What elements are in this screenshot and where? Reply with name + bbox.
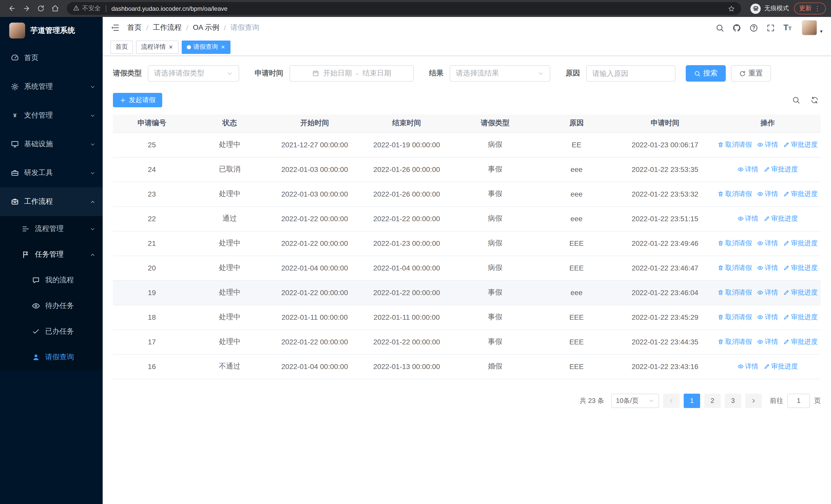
view-tag[interactable]: 流程详情× xyxy=(136,40,178,54)
page-size-label: 10条/页 xyxy=(616,396,638,405)
detail-action-link[interactable]: 详情 xyxy=(757,263,778,272)
cell-status: 处理中 xyxy=(191,256,268,280)
cancel-action-link[interactable]: 取消请假 xyxy=(718,189,752,199)
sidebar-item[interactable]: 已办任务 xyxy=(0,319,103,345)
progress-action-link[interactable]: 审批进度 xyxy=(783,140,818,149)
cancel-action-link[interactable]: 取消请假 xyxy=(718,140,752,149)
leave-type-select[interactable]: 请选择请假类型 xyxy=(148,65,239,82)
browser-toolbar: 不安全 dashboard.yudao.iocoder.cn/bpm/oa/le… xyxy=(0,0,831,17)
browser-update-button[interactable]: 更新 ⋮ xyxy=(794,3,826,14)
app-logo[interactable]: 芋道管理系统 xyxy=(0,17,103,43)
page-size-select[interactable]: 10条/页 xyxy=(611,393,659,408)
sidebar-item[interactable]: 系统管理 xyxy=(0,72,103,101)
chevron-down-icon xyxy=(90,84,95,90)
detail-action-link[interactable]: 详情 xyxy=(737,214,758,223)
chevron-down-icon xyxy=(90,113,95,118)
page-button-2[interactable]: 2 xyxy=(704,393,721,408)
fullscreen-icon[interactable] xyxy=(766,23,775,32)
reason-label: 原因 xyxy=(566,69,580,78)
table-row: 21处理中2022-01-22 00:00:002022-01-23 00:00… xyxy=(113,231,821,256)
goto-page-input[interactable] xyxy=(787,393,810,408)
close-icon[interactable]: × xyxy=(221,43,225,50)
sidebar-item[interactable]: 请假查询 xyxy=(0,345,103,370)
page-button-3[interactable]: 3 xyxy=(725,393,741,408)
detail-action-link[interactable]: 详情 xyxy=(737,362,758,371)
browser-home-button[interactable] xyxy=(48,2,62,15)
view-icon xyxy=(757,339,763,345)
apply-time-range-picker[interactable]: 开始日期 - 结束日期 xyxy=(289,65,414,82)
detail-action-link[interactable]: 详情 xyxy=(757,288,778,297)
progress-action-link[interactable]: 审批进度 xyxy=(783,337,818,347)
browser-reload-button[interactable] xyxy=(34,2,47,15)
browser-back-button[interactable] xyxy=(5,2,19,15)
reason-input[interactable] xyxy=(586,65,676,82)
column-header: 开始时间 xyxy=(269,114,361,132)
sidebar-item[interactable]: 待办任务 xyxy=(0,293,103,319)
sidebar-item[interactable]: 基础设施 xyxy=(0,130,103,158)
cell-start-time: 2022-01-22 00:00:00 xyxy=(269,231,361,256)
detail-action-link[interactable]: 详情 xyxy=(757,313,778,322)
cancel-action-link[interactable]: 取消请假 xyxy=(718,288,752,297)
cell-leave-type: 事假 xyxy=(453,305,538,329)
cancel-action-link[interactable]: 取消请假 xyxy=(718,239,752,248)
reset-button[interactable]: 重置 xyxy=(731,65,771,82)
cell-leave-type: 事假 xyxy=(453,182,538,206)
progress-action-link[interactable]: 审批进度 xyxy=(783,239,818,248)
page-button-1[interactable]: 1 xyxy=(684,393,700,408)
sidebar-item[interactable]: 流程管理 xyxy=(0,216,103,242)
chevron-down-icon xyxy=(90,170,95,176)
create-leave-button[interactable]: 发起请假 xyxy=(113,93,162,107)
sidebar-item[interactable]: 首页 xyxy=(0,43,103,72)
view-icon xyxy=(757,290,763,296)
github-icon[interactable] xyxy=(733,23,741,32)
progress-action-link[interactable]: 审批进度 xyxy=(783,288,818,297)
search-toggle-icon[interactable] xyxy=(792,96,800,104)
refresh-table-icon[interactable] xyxy=(810,96,819,104)
cell-reason: EEE xyxy=(538,329,615,354)
close-icon[interactable]: × xyxy=(168,43,173,50)
help-icon[interactable] xyxy=(749,23,758,32)
bookmark-star-icon[interactable] xyxy=(728,5,735,12)
cell-actions: 取消请假详情审批进度 xyxy=(715,329,821,354)
view-tag[interactable]: 首页 xyxy=(110,40,133,54)
breadcrumb-item[interactable]: 工作流程 xyxy=(153,23,182,32)
next-page-button[interactable] xyxy=(745,393,762,408)
cell-actions: 详情审批进度 xyxy=(715,157,821,182)
progress-action-link[interactable]: 审批进度 xyxy=(783,313,818,322)
view-tag[interactable]: 请假查询× xyxy=(181,40,230,54)
apply-time-filter: 申请时间 开始日期 - 结束日期 xyxy=(255,65,414,82)
breadcrumb-item[interactable]: 首页 xyxy=(127,23,142,32)
breadcrumb-item[interactable]: OA 示例 xyxy=(193,23,220,32)
security-warning[interactable]: 不安全 xyxy=(73,4,101,13)
detail-action-link[interactable]: 详情 xyxy=(757,337,778,347)
goto-label: 前往 xyxy=(770,396,783,405)
browser-menu-icon[interactable]: ⋮ xyxy=(814,5,821,12)
detail-action-link[interactable]: 详情 xyxy=(737,165,758,174)
sidebar-item[interactable]: 任务管理 xyxy=(0,242,103,267)
sidebar-item[interactable]: 工作流程 xyxy=(0,187,103,216)
user-avatar[interactable]: ▼ xyxy=(802,20,823,35)
sidebar-item[interactable]: 研发工具 xyxy=(0,158,103,187)
result-select[interactable]: 请选择流结果 xyxy=(450,65,550,82)
progress-action-link[interactable]: 审批进度 xyxy=(764,165,798,174)
prev-page-button[interactable] xyxy=(663,393,680,408)
detail-action-link[interactable]: 详情 xyxy=(757,189,778,199)
sidebar-item[interactable]: ¥支付管理 xyxy=(0,101,103,130)
detail-action-link[interactable]: 详情 xyxy=(757,239,778,248)
font-size-icon[interactable]: TT xyxy=(783,24,792,32)
detail-action-link[interactable]: 详情 xyxy=(757,140,778,149)
sidebar-item[interactable]: 我的流程 xyxy=(0,267,103,293)
chevron-up-icon xyxy=(90,252,95,257)
search-icon[interactable] xyxy=(716,23,724,32)
progress-action-link[interactable]: 审批进度 xyxy=(783,263,818,272)
progress-action-link[interactable]: 审批进度 xyxy=(783,189,818,199)
cancel-action-link[interactable]: 取消请假 xyxy=(718,313,752,322)
browser-forward-button[interactable] xyxy=(20,2,33,15)
sidebar-collapse-icon[interactable] xyxy=(110,23,120,32)
cancel-action-link[interactable]: 取消请假 xyxy=(718,337,752,347)
browser-address-bar[interactable]: 不安全 dashboard.yudao.iocoder.cn/bpm/oa/le… xyxy=(67,2,741,15)
progress-action-link[interactable]: 审批进度 xyxy=(764,214,798,223)
progress-action-link[interactable]: 审批进度 xyxy=(764,362,798,371)
search-button[interactable]: 搜索 xyxy=(686,65,726,82)
cancel-action-link[interactable]: 取消请假 xyxy=(718,263,752,272)
